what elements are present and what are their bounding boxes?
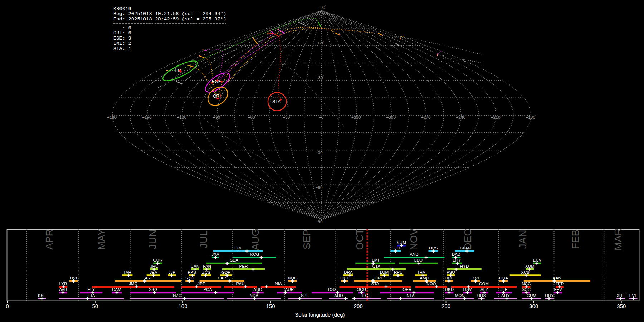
svg-text:LYR: LYR [59, 281, 67, 286]
svg-text:JXA: JXA [211, 252, 219, 257]
svg-text:PSU: PSU [447, 270, 455, 274]
svg-text:FED: FED [556, 281, 564, 286]
svg-text:+210˚: +210˚ [491, 115, 502, 120]
svg-text:ORS: ORS [429, 245, 438, 250]
svg-text:SCC: SCC [522, 287, 530, 292]
svg-text:JAN: JAN [517, 230, 528, 249]
svg-text:ORI: ORI [213, 94, 221, 99]
svg-text:APR: APR [44, 229, 55, 250]
svg-text:AMO: AMO [420, 275, 429, 280]
svg-text:EGE: EGE [362, 293, 371, 298]
svg-text:AUR: AUR [285, 287, 294, 292]
svg-text:Beg: 20251018 10:21:58 (sol =: Beg: 20251018 10:21:58 (sol = 204.94°) [113, 11, 226, 16]
svg-text:+150˚: +150˚ [142, 115, 153, 120]
svg-text:KSE: KSE [38, 293, 46, 298]
svg-text:SZC: SZC [185, 275, 194, 280]
svg-text:KCG: KCG [250, 252, 259, 257]
svg-text:JEA: JEA [150, 270, 157, 274]
svg-text:XVI: XVI [472, 275, 479, 280]
svg-text:PCA: PCA [204, 287, 212, 292]
svg-text:50: 50 [92, 303, 98, 309]
svg-text:XUM: XUM [525, 264, 535, 268]
svg-text:PER: PER [239, 264, 248, 268]
svg-text:ARI: ARI [145, 275, 151, 280]
svg-text:ZCS: ZCS [202, 270, 210, 274]
svg-text:JPE: JPE [197, 281, 205, 286]
svg-text:COR: COR [153, 258, 162, 262]
svg-text:DSX: DSX [328, 287, 337, 292]
svg-text:AUD: AUD [253, 287, 262, 292]
svg-text:+330˚: +330˚ [351, 115, 362, 120]
svg-text:−30˚: −30˚ [316, 150, 324, 155]
svg-text:ORI: ORI [375, 275, 382, 280]
svg-text:0: 0 [6, 303, 9, 309]
svg-text:+60˚: +60˚ [316, 40, 324, 45]
svg-text:AVB: AVB [59, 287, 67, 292]
svg-text:LEO: LEO [414, 258, 423, 262]
svg-text:JRC: JRC [150, 264, 158, 268]
svg-text:NDA: NDA [250, 293, 259, 298]
svg-text:DPC: DPC [445, 275, 453, 280]
svg-text:FEB: FEB [570, 230, 581, 249]
svg-text:100: 100 [178, 303, 187, 309]
svg-text:JJP: JJP [169, 270, 176, 274]
svg-text:KR0019: KR0019 [113, 6, 131, 11]
svg-text:NCC: NCC [522, 281, 531, 286]
svg-text:LMI: 2: LMI: 2 [113, 41, 131, 46]
svg-text:OCT: OCT [354, 229, 365, 250]
svg-text:Solar longitude (deg): Solar longitude (deg) [295, 312, 345, 318]
svg-text:PAU: PAU [236, 281, 245, 286]
svg-text:200: 200 [354, 303, 363, 309]
svg-text:EHY: EHY [453, 258, 461, 262]
svg-text:...: 6: ...: 6 [113, 25, 131, 31]
svg-text:EGE: EGE [212, 79, 221, 84]
svg-text:+90˚: +90˚ [318, 5, 326, 10]
svg-text:ALY: ALY [480, 287, 488, 292]
svg-text:JUN: JUN [147, 230, 158, 249]
svg-text:250: 250 [441, 303, 450, 309]
svg-text:−90˚: −90˚ [316, 219, 324, 224]
svg-text:+60˚: +60˚ [248, 115, 256, 120]
svg-text:RPU: RPU [394, 270, 402, 274]
svg-text:+270˚: +270˚ [421, 115, 432, 120]
svg-text:XHE: XHE [616, 293, 625, 298]
svg-text:FTA: FTA [87, 293, 95, 298]
svg-text:AAN: AAN [553, 275, 561, 280]
svg-text:GEM: GEM [460, 245, 469, 250]
svg-text:SPE: SPE [301, 293, 309, 298]
svg-text:URS: URS [477, 293, 486, 298]
svg-text:STA: STA [272, 99, 281, 104]
svg-text:LMI: LMI [372, 258, 379, 262]
svg-text:PPS: PPS [188, 270, 196, 274]
svg-text:XCB: XCB [521, 270, 530, 274]
svg-text:CTA: CTA [372, 264, 381, 268]
svg-text:AND: AND [410, 252, 418, 257]
svg-text:ELY: ELY [87, 287, 95, 292]
svg-text:ERI: ERI [234, 245, 241, 250]
svg-text:NOO: NOO [426, 281, 436, 286]
svg-text:JMC: JMC [129, 281, 137, 286]
svg-text:GDR: GDR [221, 270, 231, 274]
svg-text:OCU: OCU [357, 287, 366, 292]
svg-text:AHY: AHY [501, 293, 510, 298]
svg-text:LUM: LUM [380, 270, 389, 274]
svg-text:+180˚: +180˚ [107, 115, 118, 120]
svg-text:OCT: OCT [340, 275, 349, 280]
svg-text:STA: 1: STA: 1 [113, 46, 131, 52]
svg-text:NTA: NTA [406, 293, 415, 298]
svg-text:FEV: FEV [554, 287, 562, 292]
svg-text:MAY: MAY [96, 229, 107, 250]
svg-text:ARD: ARD [334, 293, 343, 298]
svg-text:DKD: DKD [445, 287, 454, 292]
svg-text:HVI: HVI [70, 275, 77, 280]
svg-text:OER: OER [402, 287, 411, 292]
svg-text:NOV: NOV [408, 228, 419, 250]
svg-text:HYD: HYD [460, 264, 469, 268]
svg-text:KUM: KUM [397, 240, 406, 245]
svg-text:THA: THA [417, 270, 425, 274]
svg-text:DAD: DAD [452, 252, 460, 257]
svg-text:SEP: SEP [301, 229, 312, 249]
svg-text:+120˚: +120˚ [177, 115, 187, 120]
svg-text:STA: STA [371, 281, 379, 286]
svg-text:CAN: CAN [191, 264, 199, 268]
